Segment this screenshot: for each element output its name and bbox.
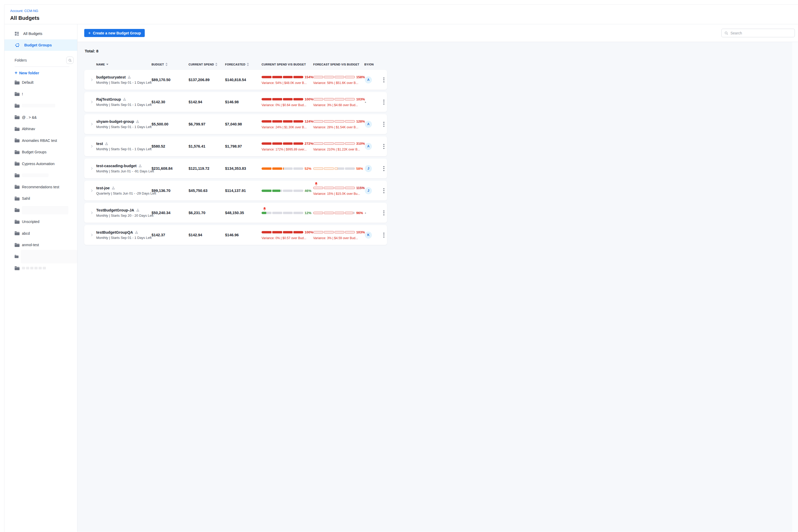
- sidebar-item-all-budgets[interactable]: All Budgets: [4, 28, 77, 39]
- content: All Budgets Budget Groups Folders + New …: [4, 24, 399, 266]
- hierarchy-icon: [138, 164, 142, 168]
- forecasted-value: $134,353.83: [225, 166, 262, 171]
- byon-avatar[interactable]: K: [365, 232, 372, 239]
- alert-bell-icon: [263, 207, 266, 211]
- row-expander-button[interactable]: [87, 145, 96, 148]
- folder-icon: [15, 254, 19, 259]
- row-expander-button[interactable]: [87, 233, 96, 237]
- forecast-vs-budget-variance-text: Variance: 3% | $4.59 over Bud...: [313, 236, 364, 240]
- byon-avatar[interactable]: A: [365, 121, 372, 128]
- row-menu-kebab-icon[interactable]: [380, 187, 387, 194]
- row-expander-button[interactable]: [87, 189, 96, 192]
- row-menu-kebab-icon[interactable]: [380, 165, 387, 172]
- byon-avatar[interactable]: A: [365, 143, 372, 150]
- group-name[interactable]: test-joe: [96, 186, 110, 190]
- row-expander-button[interactable]: [87, 100, 96, 104]
- column-header-forecasted[interactable]: FORECASTED: [225, 62, 262, 66]
- byon-cell: A: [364, 121, 379, 128]
- row-expander-button[interactable]: [87, 211, 96, 215]
- folder-item-default[interactable]: Default: [4, 77, 77, 89]
- budget-value: $50,240.34: [152, 211, 189, 215]
- forecast-vs-budget-percent: 158%: [356, 75, 365, 79]
- column-header-name[interactable]: NAME: [96, 63, 152, 66]
- row-expander-button[interactable]: [87, 167, 96, 170]
- hierarchy-icon: [105, 142, 108, 146]
- current-vs-budget-variance-text: Variance: 54% | $48.0K over B...: [262, 81, 313, 85]
- folder-item--[interactable]: !: [4, 89, 77, 100]
- account-breadcrumb-link[interactable]: Account: CCM-NG: [10, 9, 38, 13]
- folder-item-recommendations-test[interactable]: Recommendations test: [4, 181, 77, 193]
- budget-group-row: testBudgetGroupQA Monthly | Starts Sep 0…: [84, 225, 387, 245]
- folder-name: Anomalies RBAC test: [22, 138, 57, 142]
- group-name[interactable]: budgetsuryatest: [96, 75, 126, 79]
- folder-name: Unscripted: [22, 220, 39, 224]
- budget-groups-panel: Total: 8 NAMEBUDGETCURRENT SPENDFORECAST…: [77, 42, 399, 266]
- total-count: Total: 8: [85, 49, 399, 53]
- group-schedule: Monthly | Starts Sep 01 - 1 Days Left: [96, 125, 152, 129]
- group-name[interactable]: RajTestGroup: [96, 97, 121, 101]
- current-vs-budget-cell: 124% Variance: 24% | $1.30K over B...: [262, 114, 313, 134]
- group-name[interactable]: testBudgetGroupQA: [96, 230, 133, 234]
- byon-avatar[interactable]: A: [365, 76, 372, 83]
- group-name-cell: TestBudgetGroup-JA Monthly | Starts Sep …: [96, 208, 152, 217]
- budget-value: $5,500.00: [152, 122, 189, 126]
- group-name[interactable]: TestBudgetGroup-JA: [96, 208, 134, 212]
- byon-cell: J: [364, 165, 379, 172]
- column-header-current-spend[interactable]: CURRENT SPEND: [189, 62, 225, 66]
- group-name[interactable]: shyam-budget-group: [96, 119, 134, 124]
- row-expander-button[interactable]: [87, 122, 96, 126]
- chevron-right-icon: [90, 233, 94, 237]
- group-name-cell: testBudgetGroupQA Monthly | Starts Sep 0…: [96, 230, 152, 240]
- progress-bar: [262, 76, 303, 78]
- row-menu-kebab-icon[interactable]: [380, 99, 387, 106]
- budget-group-row: test-cascading-budget Monthly | Starts J…: [84, 158, 387, 178]
- progress-bar: [262, 190, 303, 192]
- folder-item-anmol-test[interactable]: anmol-test: [4, 239, 77, 251]
- folder-item[interactable]: [4, 205, 77, 216]
- row-menu-kebab-icon[interactable]: [380, 209, 387, 216]
- group-name[interactable]: test: [96, 141, 103, 146]
- row-menu-kebab-icon[interactable]: [380, 232, 387, 239]
- folder-search-button[interactable]: [66, 57, 74, 64]
- hierarchy-icon: [136, 209, 139, 212]
- folder-item-unscripted[interactable]: Unscripted: [4, 216, 77, 228]
- group-name[interactable]: test-cascading-budget: [96, 164, 137, 168]
- folder-item-abhinav[interactable]: Abhinav: [4, 123, 77, 135]
- new-folder-button[interactable]: + New folder: [15, 71, 77, 75]
- row-menu-kebab-icon[interactable]: [380, 76, 387, 83]
- hierarchy-icon: [123, 98, 126, 101]
- create-budget-group-button[interactable]: + Create a new Budget Group: [84, 29, 145, 37]
- row-menu-kebab-icon[interactable]: [380, 143, 387, 150]
- folder-icon: [15, 92, 20, 96]
- chevron-right-icon: [90, 211, 94, 215]
- folder-name: anmol-test: [22, 243, 39, 247]
- byon-avatar[interactable]: J: [365, 187, 372, 194]
- folder-item-budget-groups[interactable]: Budget Groups: [4, 146, 77, 158]
- forecast-vs-budget-variance-text: Variance: 3% | $4.68 over Bud...: [313, 103, 364, 107]
- row-expander-button[interactable]: [87, 78, 96, 82]
- folder-item[interactable]: [4, 100, 77, 112]
- current-vs-budget-percent: 154%: [305, 75, 313, 79]
- group-name-cell: shyam-budget-group Monthly | Starts Sep …: [96, 119, 152, 129]
- row-menu-kebab-icon[interactable]: [380, 121, 387, 128]
- redacted-folder-name: [22, 173, 49, 177]
- folder-item[interactable]: [4, 251, 77, 263]
- forecast-vs-budget-cell: 128% Variance: 28% | $1.54K over B...: [313, 114, 364, 134]
- group-name-cell: RajTestGroup Monthly | Starts Sep 01 - 1…: [96, 97, 152, 107]
- folder-item-cypress-automation[interactable]: Cypress Automation: [4, 158, 77, 170]
- folder-item[interactable]: [4, 170, 77, 181]
- plus-icon: +: [15, 71, 17, 75]
- current-vs-budget-percent: 272%: [305, 141, 313, 146]
- progress-bar: [262, 98, 303, 100]
- forecasted-value: $48,150.35: [225, 211, 262, 215]
- folder-item-anomalies-rbac-test[interactable]: Anomalies RBAC test: [4, 135, 77, 147]
- folder-item-abcd[interactable]: abcd: [4, 228, 77, 240]
- new-folder-label: New folder: [19, 71, 39, 75]
- column-header-budget[interactable]: BUDGET: [152, 62, 189, 66]
- folder-item--[interactable]: @ . > &&: [4, 112, 77, 124]
- column-header-forecast-spend-v-s-budget: FORECAST SPEND V/S BUDGET: [313, 63, 364, 66]
- folder-item-sahil[interactable]: Sahil: [4, 193, 77, 205]
- byon-avatar[interactable]: J: [365, 165, 372, 172]
- sidebar-item-budget-groups[interactable]: Budget Groups: [4, 39, 77, 51]
- progress-bar: [313, 231, 355, 233]
